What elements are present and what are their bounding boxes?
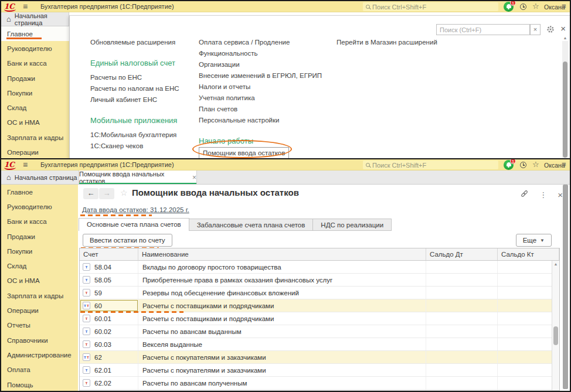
saldo-kt-cell[interactable] <box>498 312 559 325</box>
back-button[interactable]: ← <box>83 188 98 199</box>
saldo-dt-cell[interactable] <box>426 390 498 391</box>
scroll-up-icon[interactable]: ▲ <box>552 261 559 267</box>
menu-search-clear-button[interactable]: × <box>530 24 541 35</box>
menu-item[interactable]: Оплата сервиса / Продление <box>199 39 290 46</box>
column-header-name[interactable]: Наименование <box>138 248 426 260</box>
sidebar-item[interactable]: Главное <box>1 26 69 41</box>
sidebar-item[interactable]: Зарплата и кадры <box>1 288 78 303</box>
saldo-dt-cell[interactable] <box>426 287 498 299</box>
account-name-cell[interactable]: Расчеты с поставщиками и подрядчиками <box>138 312 426 325</box>
sidebar-item[interactable]: Операции <box>1 303 78 318</box>
close-form-icon[interactable]: × <box>558 190 563 200</box>
saldo-kt-cell[interactable] <box>498 390 559 391</box>
saldo-kt-cell[interactable] <box>498 299 559 312</box>
account-cell[interactable]: 62 <box>80 351 138 363</box>
saldo-dt-cell[interactable] <box>426 299 498 312</box>
account-cell[interactable]: 60.02 <box>80 325 138 338</box>
favorites-star-icon[interactable]: ☆ <box>532 160 539 169</box>
table-row[interactable]: 62 Расчеты с покупателями и заказчиками <box>80 351 559 364</box>
sidebar-item[interactable]: Склад <box>1 258 78 273</box>
sidebar-item[interactable]: Руководителю <box>1 41 69 56</box>
favorite-star-icon[interactable]: ☆ <box>120 188 128 197</box>
saldo-dt-cell[interactable] <box>426 274 498 286</box>
account-cell[interactable]: 62.01 <box>80 364 138 376</box>
table-row[interactable]: 60.01 Расчеты с поставщиками и подрядчик… <box>80 312 559 325</box>
menu-item[interactable]: Обновляемые расширения <box>90 39 175 46</box>
menu-item[interactable]: Функциональность <box>199 50 258 57</box>
column-header-account[interactable]: Счет <box>80 248 138 260</box>
saldo-dt-cell[interactable] <box>426 338 498 350</box>
global-search-input[interactable] <box>372 162 495 169</box>
tab-home-page[interactable]: ⌂ Начальная страница <box>1 171 79 184</box>
main-menu-icon[interactable]: ≡ <box>23 160 28 169</box>
account-cell[interactable]: 58.04 <box>80 261 138 273</box>
sidebar-item[interactable]: Склад <box>1 100 69 115</box>
saldo-kt-cell[interactable] <box>498 287 559 299</box>
menu-search-input[interactable] <box>440 26 529 33</box>
table-row[interactable]: 59 Резервы под обесценение финансовых вл… <box>80 287 559 299</box>
sidebar-item[interactable]: Покупки <box>1 244 78 258</box>
sidebar-item[interactable]: Продажи <box>1 71 69 86</box>
table-row[interactable]: 60.02 Расчеты по авансам выданным <box>80 325 559 338</box>
table-row[interactable]: 60.03 Векселя выданные <box>80 338 559 351</box>
table-row[interactable]: 58.05 Приобретенные права в рамках оказа… <box>80 274 559 287</box>
history-icon[interactable] <box>520 162 526 168</box>
enter-balances-button[interactable]: Ввести остатки по счету <box>83 234 172 247</box>
tab-close-icon[interactable]: × <box>192 174 196 181</box>
menu-item[interactable]: План счетов <box>199 105 237 113</box>
sidebar-item[interactable]: Руководителю <box>1 199 78 214</box>
saldo-kt-cell[interactable] <box>498 351 559 363</box>
table-row[interactable]: 58.04 Вклады по договору простого товари… <box>80 261 559 274</box>
table-row[interactable]: 62.01 Расчеты с покупателями и заказчика… <box>80 364 559 377</box>
account-cell[interactable]: 59 <box>80 287 138 299</box>
menu-item[interactable]: Личный кабинет ЕНС <box>90 96 157 104</box>
tab-home-page[interactable]: ⌂ Начальная страница <box>1 12 69 26</box>
account-name-cell[interactable]: Векселя выданные <box>138 338 426 350</box>
notifications-icon[interactable]: 1 <box>504 160 514 170</box>
menu-scrollbar[interactable]: ▲ <box>562 35 568 158</box>
link-icon[interactable] <box>520 189 529 200</box>
scroll-up-icon[interactable]: ▲ <box>562 35 568 41</box>
saldo-dt-cell[interactable] <box>426 351 498 363</box>
sidebar-item[interactable]: Зарплата и кадры <box>1 130 69 145</box>
saldo-kt-cell[interactable] <box>498 377 559 389</box>
menu-item[interactable]: 1С:Мобильная бухгалтерия <box>90 131 176 139</box>
menu-item[interactable]: Перейти в Магазин расширений <box>337 39 437 46</box>
column-header-saldo-kt[interactable]: Сальдо Кт <box>498 248 559 260</box>
table-row[interactable]: 62.02 Расчеты по авансам полученным <box>80 377 559 390</box>
favorites-star-icon[interactable]: ☆ <box>532 2 539 11</box>
plan-tab[interactable]: Забалансовые счета плана счетов <box>189 219 314 231</box>
saldo-kt-cell[interactable] <box>498 274 559 286</box>
menu-item[interactable]: Персональные настройки <box>199 117 279 124</box>
account-cell[interactable]: 60.03 <box>80 338 138 350</box>
saldo-dt-cell[interactable] <box>426 364 498 376</box>
sidebar-item[interactable]: ОС и НМА <box>1 274 78 288</box>
account-name-cell[interactable]: Расчеты с поставщиками и подрядчиками <box>138 299 426 312</box>
saldo-dt-cell[interactable] <box>426 312 498 325</box>
tab-balances-assistant[interactable]: Помощник ввода начальных остатков × <box>79 171 197 184</box>
saldo-dt-cell[interactable] <box>426 325 498 338</box>
window-scrollbar[interactable] <box>563 185 568 389</box>
notifications-icon[interactable]: 1 <box>504 2 514 12</box>
account-name-cell[interactable]: Расчеты по авансам полученным <box>138 377 426 389</box>
menu-item[interactable]: Налоги и отчеты <box>199 83 250 91</box>
sidebar-item[interactable]: Оплата <box>1 363 78 377</box>
menu-close-icon[interactable]: × <box>560 23 566 33</box>
account-cell[interactable]: 62.02 <box>80 377 138 389</box>
table-row[interactable]: 62.03 Векселя полученные <box>80 390 559 391</box>
sidebar-item[interactable]: Справочники <box>1 333 78 347</box>
history-icon[interactable] <box>520 4 526 10</box>
menu-item[interactable]: Учетная политика <box>199 94 255 102</box>
saldo-kt-cell[interactable] <box>498 364 559 376</box>
global-search-input[interactable] <box>372 4 495 11</box>
account-cell[interactable]: 60 <box>80 299 138 312</box>
menu-item[interactable]: Расчеты по налогам на ЕНС <box>90 85 179 93</box>
menu-item[interactable]: Расчеты по ЕНС <box>90 74 142 81</box>
plan-tab[interactable]: НДС по реализации <box>312 219 392 231</box>
account-name-cell[interactable]: Векселя полученные <box>138 390 426 391</box>
saldo-dt-cell[interactable] <box>426 261 498 273</box>
sidebar-item[interactable]: Покупки <box>1 86 69 100</box>
sidebar-item[interactable]: Банк и касса <box>1 56 69 71</box>
main-menu-icon[interactable]: ≡ <box>23 2 28 11</box>
account-name-cell[interactable]: Приобретенные права в рамках оказания фи… <box>138 274 426 286</box>
